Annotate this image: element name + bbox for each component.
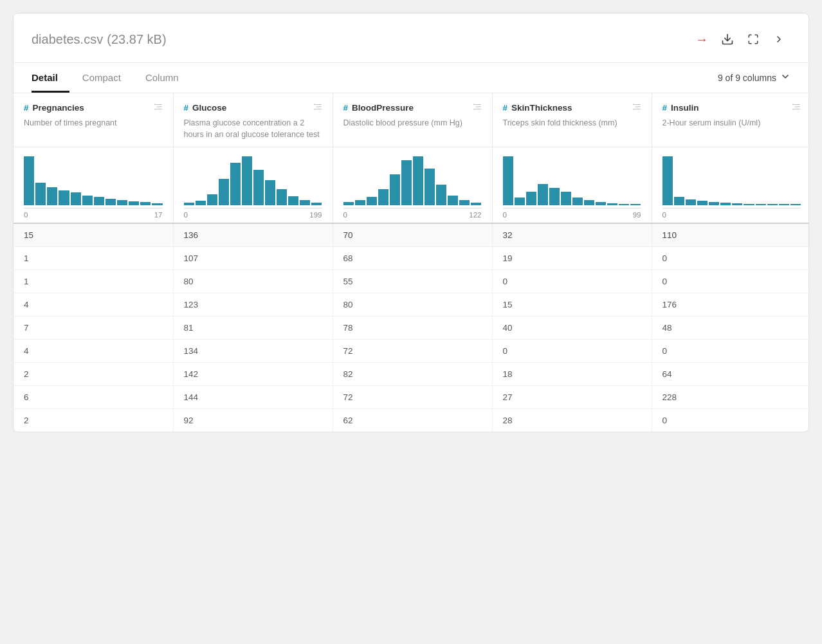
cell-insulin: 0: [652, 247, 808, 270]
table-row: 110768190: [14, 247, 808, 270]
cell-pregnancies: 1: [14, 247, 173, 270]
tab-compact[interactable]: Compact: [82, 63, 132, 93]
table-row: 1805500: [14, 270, 808, 293]
col-desc-insulin: 2-Hour serum insulin (U/ml): [662, 117, 801, 129]
cell-pregnancies: 2: [14, 409, 173, 432]
cell-pregnancies: 4: [14, 293, 173, 317]
header-actions: →: [695, 28, 790, 51]
histogram-glucose: 0 199: [173, 147, 333, 224]
cell-glucose: 136: [173, 223, 333, 247]
filesize: (23.87 kB): [107, 32, 166, 46]
cell-pregnancies: 4: [14, 340, 173, 363]
table-row: 41238015176: [14, 293, 808, 317]
cell-bloodpressure: 70: [333, 223, 492, 247]
col-desc-glucose: Plasma glucose concentration a 2 hours i…: [184, 117, 322, 140]
cell-insulin: 0: [652, 409, 808, 432]
hist-min-insulin: 0: [662, 211, 666, 219]
cell-skinthickness: 0: [492, 340, 652, 363]
hist-max-pregnancies: 17: [154, 211, 163, 219]
cell-skinthickness: 32: [492, 223, 652, 247]
main-card: diabetes.csv (23.87 kB) →: [13, 13, 809, 432]
cell-bloodpressure: 78: [333, 317, 492, 340]
col-name-pregnancies: # Pregnancies: [24, 103, 84, 113]
file-header: diabetes.csv (23.87 kB) →: [14, 14, 808, 63]
cell-pregnancies: 7: [14, 317, 173, 340]
cell-insulin: 0: [652, 270, 808, 293]
cell-pregnancies: 6: [14, 386, 173, 409]
cell-glucose: 80: [173, 270, 333, 293]
col-name-insulin: # Insulin: [662, 103, 699, 113]
cell-skinthickness: 0: [492, 270, 652, 293]
hist-max-glucose: 199: [309, 211, 322, 219]
expand-button[interactable]: [742, 28, 765, 51]
cell-insulin: 176: [652, 293, 808, 317]
sort-icon-insulin[interactable]: [792, 102, 801, 113]
cell-glucose: 142: [173, 363, 333, 386]
tab-column[interactable]: Column: [145, 63, 190, 93]
cell-glucose: 81: [173, 317, 333, 340]
data-table-wrap: # Pregnancies Number of times pregnant: [14, 93, 808, 432]
col-desc-bloodpressure: Diastolic blood pressure (mm Hg): [343, 117, 482, 129]
sort-icon-skinthickness[interactable]: [632, 102, 641, 113]
next-button[interactable]: [767, 28, 790, 51]
cell-bloodpressure: 82: [333, 363, 492, 386]
col-name-bloodpressure: # BloodPressure: [343, 103, 414, 113]
cell-pregnancies: 1: [14, 270, 173, 293]
sort-icon-glucose[interactable]: [313, 102, 322, 113]
cell-bloodpressure: 72: [333, 340, 492, 363]
table-row: 781784048: [14, 317, 808, 340]
cell-bloodpressure: 80: [333, 293, 492, 317]
download-button[interactable]: [716, 28, 739, 51]
cell-skinthickness: 19: [492, 247, 652, 270]
cell-glucose: 144: [173, 386, 333, 409]
cell-skinthickness: 15: [492, 293, 652, 317]
cell-insulin: 0: [652, 340, 808, 363]
histogram-insulin: 0: [652, 147, 808, 224]
hist-max-bloodpressure: 122: [469, 211, 481, 219]
cell-skinthickness: 28: [492, 409, 652, 432]
cell-bloodpressure: 55: [333, 270, 492, 293]
tab-bar: Detail Compact Column 9 of 9 columns: [14, 63, 808, 93]
columns-selector[interactable]: 9 of 9 columns: [718, 71, 790, 84]
col-header-insulin: # Insulin 2-Hour serum insulin (U/ml): [652, 93, 808, 147]
hist-min-glucose: 0: [184, 211, 188, 219]
cell-insulin: 228: [652, 386, 808, 409]
cell-insulin: 48: [652, 317, 808, 340]
table-row: 61447227228: [14, 386, 808, 409]
col-header-skinthickness: # SkinThickness Triceps skin fold thickn…: [492, 93, 652, 147]
cell-skinthickness: 40: [492, 317, 652, 340]
table-row: 29262280: [14, 409, 808, 432]
col-desc-pregnancies: Number of times pregnant: [24, 117, 163, 129]
tab-detail[interactable]: Detail: [32, 63, 69, 93]
cell-glucose: 92: [173, 409, 333, 432]
cell-glucose: 123: [173, 293, 333, 317]
cell-glucose: 107: [173, 247, 333, 270]
histogram-row: 0 17 0 199 0: [14, 147, 808, 224]
hist-max-skinthickness: 99: [633, 211, 641, 219]
filename: diabetes.csv: [32, 32, 103, 46]
table-row: 41347200: [14, 340, 808, 363]
table-row: 2142821864: [14, 363, 808, 386]
col-header-pregnancies: # Pregnancies Number of times pregnant: [14, 93, 173, 147]
tabs: Detail Compact Column: [32, 63, 203, 93]
table-row: 151367032110: [14, 223, 808, 247]
cell-skinthickness: 18: [492, 363, 652, 386]
cell-pregnancies: 2: [14, 363, 173, 386]
col-desc-skinthickness: Triceps skin fold thickness (mm): [503, 117, 641, 129]
hist-min-bloodpressure: 0: [343, 211, 347, 219]
cell-skinthickness: 27: [492, 386, 652, 409]
hist-min-skinthickness: 0: [503, 211, 507, 219]
cell-insulin: 110: [652, 223, 808, 247]
col-name-glucose: # Glucose: [184, 103, 227, 113]
data-table: # Pregnancies Number of times pregnant: [14, 93, 808, 432]
histogram-pregnancies: 0 17: [14, 147, 173, 224]
histogram-bloodpressure: 0 122: [333, 147, 492, 224]
cell-glucose: 134: [173, 340, 333, 363]
file-title: diabetes.csv (23.87 kB): [32, 31, 167, 48]
cell-insulin: 64: [652, 363, 808, 386]
columns-count: 9 of 9 columns: [718, 73, 776, 83]
column-header-row: # Pregnancies Number of times pregnant: [14, 93, 808, 147]
cell-bloodpressure: 62: [333, 409, 492, 432]
sort-icon-pregnancies[interactable]: [154, 102, 163, 113]
sort-icon-bloodpressure[interactable]: [473, 102, 482, 113]
